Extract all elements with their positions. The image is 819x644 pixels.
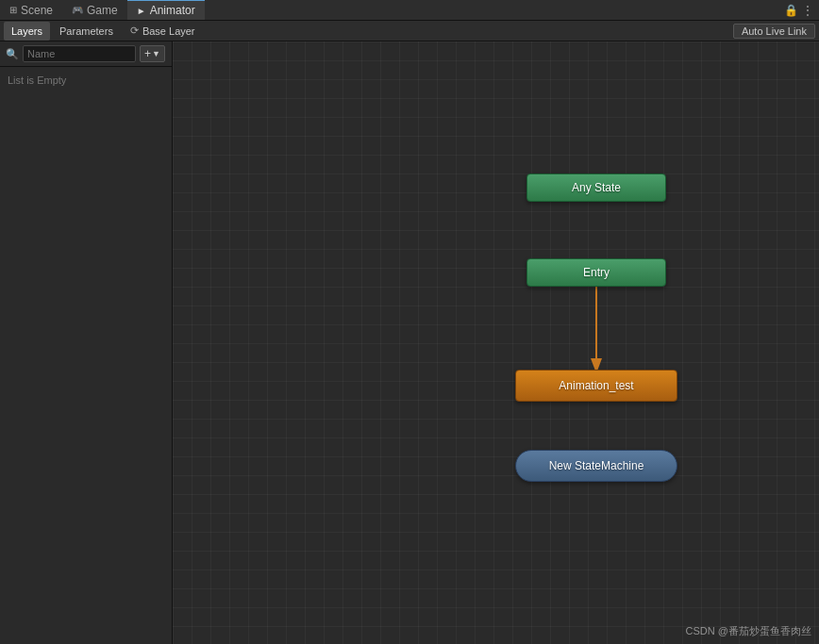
breadcrumb: ⟳ Base Layer [130, 25, 195, 37]
breadcrumb-label: Base Layer [142, 25, 195, 37]
tab-parameters[interactable]: Parameters [52, 22, 121, 41]
tab-bar: ⊞ Scene 🎮 Game ► Animator 🔒 ⋮ [0, 0, 819, 21]
tab-scene[interactable]: ⊞ Scene [0, 0, 62, 20]
tab-layers-label: Layers [11, 25, 42, 37]
tab-animator[interactable]: ► Animator [127, 0, 205, 20]
state-machine-node[interactable]: New StateMachine [515, 450, 677, 482]
lock-icon[interactable]: 🔒 [784, 4, 798, 17]
tab-parameters-label: Parameters [59, 25, 113, 37]
animator-canvas[interactable]: Any State Entry Animation_test New State… [173, 41, 819, 644]
entry-node[interactable]: Entry [526, 258, 666, 287]
tab-game-label: Game [87, 4, 118, 17]
sidebar: 🔍 + ▼ List is Empty [0, 41, 173, 644]
sidebar-search-bar: 🔍 + ▼ [0, 41, 172, 67]
empty-list-label: List is Empty [0, 67, 172, 93]
animator-icon: ► [137, 6, 146, 16]
animation-test-label: Animation_test [559, 379, 633, 392]
state-machine-label: New StateMachine [549, 459, 644, 472]
main-content: 🔍 + ▼ List is Empty Any State [0, 41, 819, 644]
add-button[interactable]: + ▼ [140, 45, 165, 62]
scene-icon: ⊞ [9, 5, 17, 15]
tab-scene-label: Scene [21, 4, 53, 17]
tab-animator-label: Animator [150, 4, 195, 17]
entry-label: Entry [583, 266, 610, 279]
animation-test-node[interactable]: Animation_test [515, 370, 677, 402]
game-icon: 🎮 [72, 5, 83, 15]
breadcrumb-icon: ⟳ [130, 25, 139, 37]
search-input[interactable] [23, 45, 136, 62]
auto-live-link-button[interactable]: Auto Live Link [733, 24, 815, 39]
any-state-node[interactable]: Any State [526, 173, 666, 202]
more-icon[interactable]: ⋮ [802, 4, 813, 17]
watermark: CSDN @番茄炒蛋鱼香肉丝 [686, 624, 811, 638]
connection-lines [173, 41, 819, 644]
tab-game[interactable]: 🎮 Game [62, 0, 127, 20]
any-state-label: Any State [572, 181, 621, 194]
tab-layers[interactable]: Layers [4, 22, 50, 41]
chevron-down-icon: ▼ [152, 49, 160, 58]
search-icon: 🔍 [6, 48, 19, 60]
secondary-bar: Layers Parameters ⟳ Base Layer Auto Live… [0, 21, 819, 41]
